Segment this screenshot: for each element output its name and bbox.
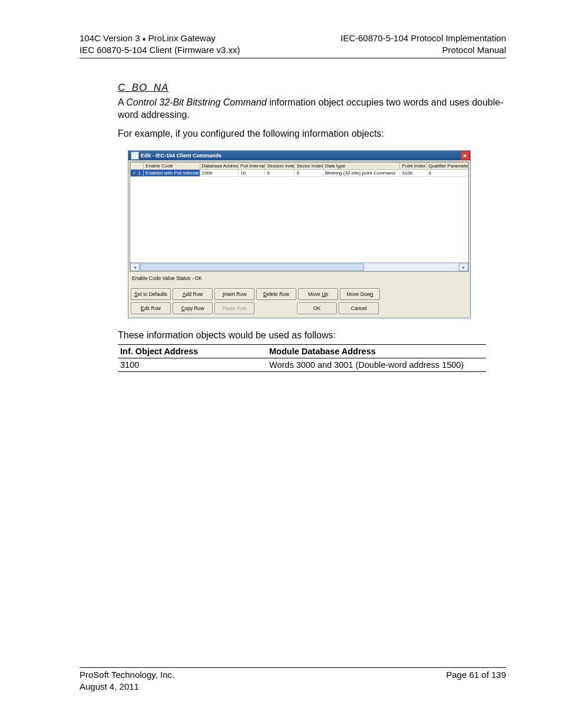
cell-inf-object: 3100 xyxy=(118,358,267,372)
window-title: Edit - IEC-104 Client Commands xyxy=(141,153,460,159)
horizontal-scrollbar[interactable]: ◂ ▸ xyxy=(130,262,468,271)
col-poll-interval[interactable]: Poll Interval xyxy=(238,163,265,170)
paragraph-1: A Control 32-Bit Bitstring Command infor… xyxy=(118,96,506,121)
col-sector-index[interactable]: Sector Index xyxy=(295,163,323,170)
col-session-index[interactable]: Session Index xyxy=(265,163,295,170)
edit-row-button[interactable]: Edit Row xyxy=(131,302,171,314)
window-titlebar: ▭ Edit - IEC-104 Client Commands × xyxy=(128,151,470,160)
row-index[interactable]: ✓ 1 xyxy=(131,170,144,177)
paragraph-3: These information objects would be used … xyxy=(118,330,506,341)
cell-session-index[interactable]: 0 xyxy=(265,170,295,177)
add-row-button[interactable]: Add Row xyxy=(173,288,213,300)
page-footer: ProSoft Technology, Inc. August 4, 2011 … xyxy=(80,667,506,693)
page-header: 104C Version 3 ♦ ProLinx Gateway IEC 608… xyxy=(80,32,506,58)
th-inf-object: Inf. Object Address xyxy=(118,345,267,358)
cell-qualifier[interactable]: 0 xyxy=(427,170,468,177)
col-point-index[interactable]: Point Index xyxy=(400,163,427,170)
cancel-button[interactable]: Cancel xyxy=(339,302,379,314)
scroll-track[interactable] xyxy=(140,263,459,271)
cell-point-index[interactable]: 3100 xyxy=(400,170,427,177)
move-down-button[interactable]: Move Down xyxy=(340,288,380,300)
move-up-button[interactable]: Move Up xyxy=(298,288,338,300)
set-defaults-button[interactable]: Set to Defaults xyxy=(131,288,171,300)
header-left-line2: IEC 60870-5-104 Client (Firmware v3.xx) xyxy=(80,44,240,56)
insert-row-button[interactable]: Insert Row xyxy=(214,288,254,300)
delete-row-button[interactable]: Delete Row xyxy=(256,288,296,300)
cell-enable-code[interactable]: Enabled with Poll Interval xyxy=(144,170,200,177)
cell-module-db: Words 3000 and 3001 (Double-word address… xyxy=(267,358,486,372)
header-left-line1a: 104C Version 3 xyxy=(80,33,143,43)
grid: Enable Code Database Address Poll Interv… xyxy=(130,162,469,272)
header-right-line2: Protocol Manual xyxy=(340,44,506,56)
cell-sector-index[interactable]: 0 xyxy=(295,170,323,177)
footer-date: August 4, 2011 xyxy=(80,681,174,693)
dialog-edit-commands: ▭ Edit - IEC-104 Client Commands × Enabl… xyxy=(128,150,471,318)
footer-company: ProSoft Technology, Inc. xyxy=(80,669,174,681)
grid-row[interactable]: ✓ 1 Enabled with Poll Interval 1500 10 0… xyxy=(131,170,468,177)
ok-button[interactable]: OK xyxy=(297,302,337,314)
address-table: Inf. Object Address Module Database Addr… xyxy=(118,344,486,372)
table-row: 3100 Words 3000 and 3001 (Double-word ad… xyxy=(118,358,486,372)
col-db-address[interactable]: Database Address xyxy=(200,163,238,170)
header-right-line1: IEC-60870-5-104 Protocol Implementation xyxy=(340,32,506,44)
scroll-thumb[interactable] xyxy=(140,263,364,271)
app-icon: ▭ xyxy=(131,151,139,160)
scroll-left-icon[interactable]: ◂ xyxy=(130,263,140,271)
col-enable-code[interactable]: Enable Code xyxy=(144,163,200,170)
close-icon[interactable]: × xyxy=(460,151,470,160)
cell-data-type[interactable]: Bitstring (32-bits) point Command xyxy=(323,170,400,177)
grid-header-row: Enable Code Database Address Poll Interv… xyxy=(131,163,468,170)
status-text: Enable Code Value Status - OK xyxy=(128,273,470,287)
th-module-db: Module Database Address xyxy=(267,345,486,358)
footer-page-number: Page 61 of 139 xyxy=(446,669,506,681)
header-left-line1b: ProLinx Gateway xyxy=(146,33,215,43)
col-qualifier[interactable]: Qualifier Parameter xyxy=(427,163,468,170)
cell-poll-interval[interactable]: 10 xyxy=(238,170,265,177)
col-data-type[interactable]: Data type xyxy=(323,163,400,170)
paragraph-2: For example, if you configured the follo… xyxy=(118,127,506,140)
section-title: C_BO_NA xyxy=(118,82,506,94)
grid-empty-area xyxy=(130,177,468,262)
paste-row-button: Paste Row xyxy=(214,302,254,314)
copy-row-button[interactable]: Copy Row xyxy=(173,302,213,314)
cell-db-address[interactable]: 1500 xyxy=(200,170,238,177)
scroll-right-icon[interactable]: ▸ xyxy=(459,263,468,271)
col-rownum[interactable] xyxy=(131,163,144,170)
